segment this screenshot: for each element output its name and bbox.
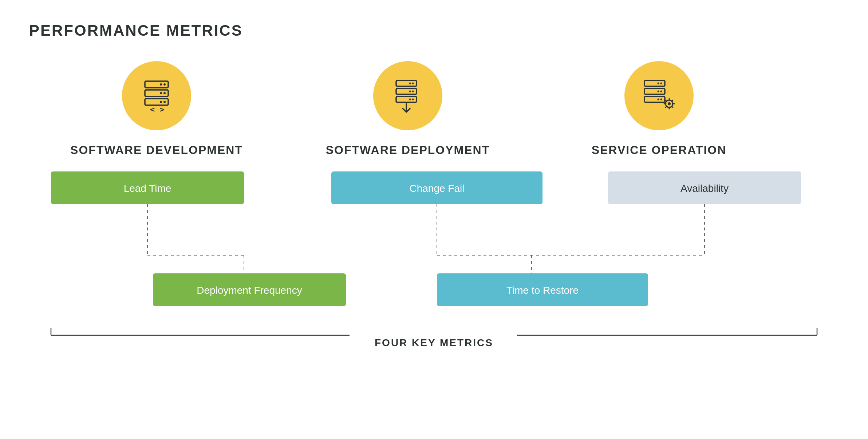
svg-point-21 xyxy=(660,83,662,84)
lead-time-label: Lead Time xyxy=(124,183,171,194)
column-deploy: SOFTWARE DEPLOYMENT xyxy=(284,61,532,171)
svg-point-27 xyxy=(660,99,662,100)
svg-point-12 xyxy=(409,83,411,84)
availability-label: Availability xyxy=(680,183,729,194)
svg-point-7 xyxy=(163,101,166,103)
svg-point-5 xyxy=(160,92,162,94)
page-title: PERFORMANCE METRICS xyxy=(29,22,839,39)
main-content: < > SOFTWARE DEVELOPMENT xyxy=(29,61,839,424)
icon-ops-circle xyxy=(624,61,694,130)
col-dev-heading: SOFTWARE DEVELOPMENT xyxy=(70,143,243,157)
svg-point-15 xyxy=(409,91,411,92)
svg-point-25 xyxy=(658,91,659,92)
column-dev: < > SOFTWARE DEVELOPMENT xyxy=(29,61,284,171)
change-fail-label: Change Fail xyxy=(410,183,465,194)
svg-line-36 xyxy=(672,106,673,108)
svg-text:< >: < > xyxy=(150,105,165,114)
svg-point-22 xyxy=(658,83,659,84)
svg-point-4 xyxy=(163,92,166,94)
svg-point-30 xyxy=(668,102,671,105)
svg-point-8 xyxy=(160,101,162,103)
time-restore-label: Time to Restore xyxy=(506,285,579,296)
server-deploy-icon xyxy=(390,78,426,114)
col-ops-heading: SERVICE OPERATION xyxy=(592,143,727,157)
svg-line-35 xyxy=(666,100,667,102)
server-gear-icon xyxy=(641,78,677,114)
svg-line-38 xyxy=(666,106,667,108)
svg-point-14 xyxy=(412,91,414,92)
svg-point-17 xyxy=(412,99,414,100)
icon-dev-circle: < > xyxy=(122,61,191,130)
deploy-freq-label: Deployment Frequency xyxy=(197,285,302,296)
svg-point-24 xyxy=(660,91,662,92)
svg-point-18 xyxy=(409,99,411,100)
svg-point-1 xyxy=(163,83,166,86)
columns-row: < > SOFTWARE DEVELOPMENT xyxy=(29,61,839,171)
four-key-metrics-label: FOUR KEY METRICS xyxy=(375,337,493,348)
metrics-svg: Lead Time Change Fail Availability xyxy=(29,171,839,361)
column-ops: SERVICE OPERATION xyxy=(532,61,786,171)
icon-deploy-circle xyxy=(373,61,442,130)
col-deploy-heading: SOFTWARE DEPLOYMENT xyxy=(326,143,490,157)
metrics-diagram: Lead Time Change Fail Availability xyxy=(29,171,839,424)
svg-point-28 xyxy=(658,99,659,100)
svg-point-2 xyxy=(160,83,162,86)
svg-point-11 xyxy=(412,83,414,84)
svg-line-37 xyxy=(672,100,673,102)
server-code-icon: < > xyxy=(138,78,175,114)
